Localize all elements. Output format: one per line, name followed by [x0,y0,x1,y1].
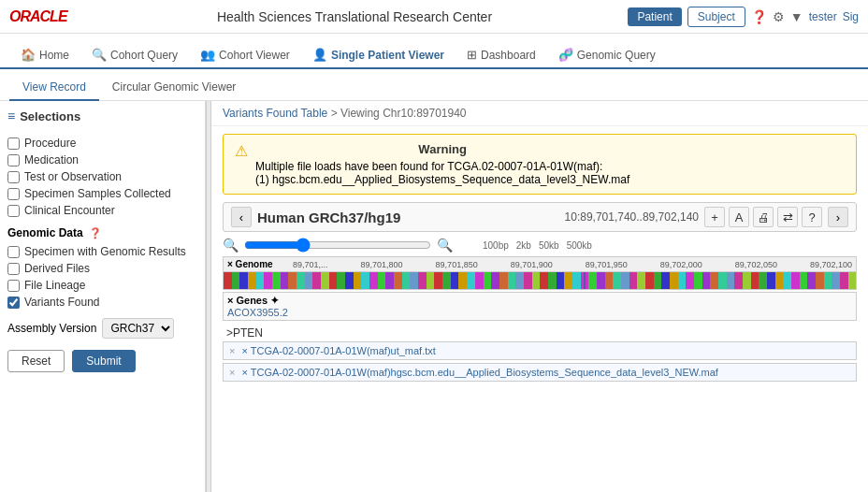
tab-view-record[interactable]: View Record [9,75,99,101]
nav-single-patient-label: Single Patient Viewer [331,49,444,62]
sidebar-item-procedure: Procedure [7,135,197,152]
warning-title: Warning [255,142,629,156]
warning-text: Multiple file loads have been found for … [255,160,629,173]
tab-circular-viewer[interactable]: Circular Genomic Viewer [99,75,250,101]
genome-next-button[interactable]: › [828,207,848,227]
maf1-close-button[interactable]: × [229,345,235,356]
gene-name-label: ACOX3955.2 [227,307,852,318]
coord-1: 89,701,800 [361,260,403,269]
sidebar-item-file-lineage: File Lineage [7,277,197,294]
genomic-data-label: Genomic Data [7,226,83,239]
zoom-labels: 100bp 2kb 50kb 500kb [483,240,592,251]
app-title: Health Sciences Translational Research C… [81,9,629,24]
genomic-query-icon: 🧬 [558,48,573,62]
genome-toolbar: + A 🖨 ⇄ ? [704,207,822,227]
patient-button[interactable]: Patient [628,7,681,26]
submit-button[interactable]: Submit [72,350,135,372]
reset-button[interactable]: Reset [7,350,65,372]
breadcrumb: Variants Found Table > Viewing Chr10:897… [211,101,868,126]
sidebar: ≡ Selections Procedure Medication Test o… [0,101,206,492]
medication-checkbox[interactable] [7,154,20,166]
coord-5: 89,702,000 [660,260,702,269]
sidebar-item-variants-found: Variants Found [7,294,197,311]
nav-genomic-query[interactable]: 🧬 Genomic Query [547,42,667,69]
zoom-slider[interactable] [244,238,431,253]
subject-button[interactable]: Subject [687,7,745,27]
maf2-close-button[interactable]: × [229,367,235,378]
genome-prev-button[interactable]: ‹ [231,207,252,227]
assembly-select[interactable]: GRCh37 GRCh38 [102,318,174,339]
maf1-label[interactable]: × TCGA-02-0007-01A-01W(maf)ut_maf.txt [242,345,436,356]
zoom-label-100bp: 100bp [483,240,509,251]
genome-header: ‹ Human GRCh37/hg19 10:89,701,740..89,70… [223,202,857,232]
maf-track-1: × × TCGA-02-0007-01A-01W(maf)ut_maf.txt [223,341,857,360]
assembly-label: Assembly Version [7,322,96,335]
genome-species-title: Human GRCh37/hg19 [257,210,559,225]
nav-dashboard[interactable]: ⊞ Dashboard [456,42,547,69]
share-toolbar-button[interactable]: ⇄ [777,207,798,227]
navigation-bar: 🏠 Home 🔍 Cohort Query 👥 Cohort Viewer 👤 … [0,34,868,69]
help-toolbar-button[interactable]: ? [802,207,822,227]
warning-file: (1) hgsc.bcm.edu__Applied_Biosystems_Seq… [255,173,629,186]
procedure-checkbox[interactable] [7,137,20,150]
sidebar-item-medication: Medication [7,152,197,168]
dashboard-icon: ⊞ [467,48,477,62]
coord-2: 89,701,850 [436,260,478,269]
oracle-logo: ORACLE [9,7,67,26]
nav-single-patient[interactable]: 👤 Single Patient Viewer [301,42,456,69]
help-icon[interactable]: ❓ [751,9,767,24]
file-lineage-checkbox[interactable] [7,280,20,292]
app-header: ORACLE Health Sciences Translational Res… [0,0,868,34]
nav-cohort-viewer[interactable]: 👥 Cohort Viewer [189,42,301,69]
dropdown-icon[interactable]: ▼ [790,9,803,24]
sidebar-item-clinical-encounter: Clinical Encounter [7,202,197,219]
tab-bar: View Record Circular Genomic Viewer [0,69,868,101]
gene-track-label[interactable]: × Genes ✦ [227,295,279,307]
clinical-encounter-checkbox[interactable] [7,205,20,217]
cohort-viewer-icon: 👥 [200,48,215,62]
genome-viewer: ‹ Human GRCh37/hg19 10:89,701,740..89,70… [211,202,868,492]
genome-track-label: × Genome [227,259,293,269]
zoom-in-icon[interactable]: 🔍 [437,238,453,253]
clinical-section: Procedure Medication Test or Observation… [7,135,197,219]
right-panel: Variants Found Table > Viewing Chr10:897… [211,101,868,492]
breadcrumb-link[interactable]: Variants Found Table [223,107,327,120]
sidebar-item-specimen-genomic: Specimen with Genomic Results [7,243,197,260]
coord-start: 89,701,... [293,260,328,269]
specimen-checkbox[interactable] [7,188,20,200]
gear-icon[interactable]: ⚙ [773,9,785,24]
font-toolbar-button[interactable]: A [729,207,749,227]
zoom-in-toolbar-button[interactable]: + [704,207,725,227]
derived-files-checkbox[interactable] [7,263,20,275]
nav-cohort-query-label: Cohort Query [110,49,178,62]
test-observation-checkbox[interactable] [7,171,20,183]
gene-track-header: × Genes ✦ [227,295,852,307]
nav-genomic-query-label: Genomic Query [577,49,656,62]
sign-out-link[interactable]: Sig [843,10,859,23]
selections-icon: ≡ [7,109,15,123]
print-toolbar-button[interactable]: 🖨 [753,207,774,227]
sidebar-item-derived-files: Derived Files [7,260,197,277]
sidebar-item-specimen: Specimen Samples Collected [7,185,197,202]
zoom-out-icon[interactable]: 🔍 [223,238,239,253]
nav-cohort-query[interactable]: 🔍 Cohort Query [80,42,189,69]
sidebar-item-test-observation: Test or Observation [7,168,197,185]
specimen-genomic-checkbox[interactable] [7,246,20,258]
header-controls: Patient Subject ❓ ⚙ ▼ tester Sig [628,7,859,27]
warning-icon: ⚠ [235,142,248,160]
sidebar-buttons: Reset Submit [7,350,197,372]
maf2-label[interactable]: × TCGA-02-0007-01A-01W(maf)hgsc.bcm.edu_… [242,367,718,378]
nav-home[interactable]: 🏠 Home [9,42,80,69]
user-name[interactable]: tester [809,10,837,23]
gene-track: × Genes ✦ ACOX3955.2 [223,292,857,321]
coord-3: 89,701,900 [511,260,553,269]
coord-7: 89,702,100 [810,260,852,269]
coord-4: 89,701,950 [586,260,628,269]
genomic-help-icon[interactable]: ❓ [89,227,102,239]
main-content: ≡ Selections Procedure Medication Test o… [0,101,868,492]
sidebar-title: ≡ Selections [7,109,197,127]
breadcrumb-current: Viewing Chr10:89701940 [340,107,467,120]
warning-box: ⚠ Warning Multiple file loads have been … [223,134,857,195]
variants-found-checkbox[interactable] [7,297,20,309]
cohort-query-icon: 🔍 [92,48,107,62]
